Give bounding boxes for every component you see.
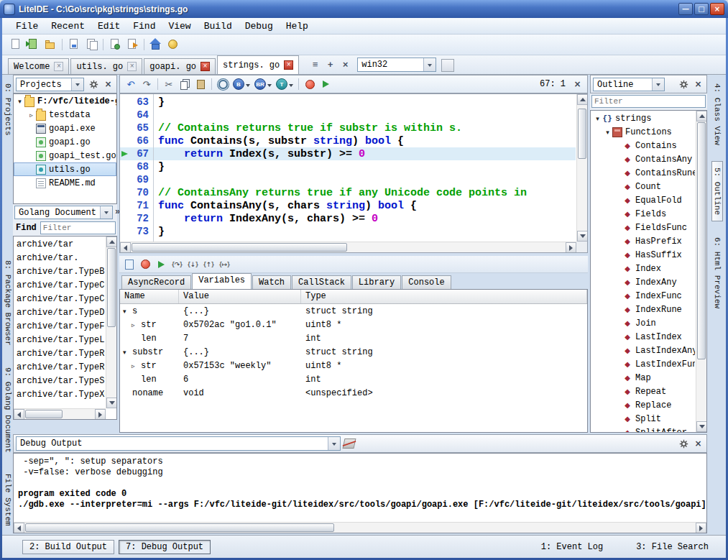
outline-tree-item[interactable]: IndexFunc [591,289,695,303]
build-run-icon[interactable]: BR [253,77,273,91]
expander-icon[interactable]: ▾ [593,115,602,122]
godoc-list-item[interactable]: archive/tar.TypeRe [14,346,105,360]
document-view-combo[interactable]: Golang Document [14,206,113,219]
step-out-icon[interactable]: {↑} [201,257,216,272]
outline-tree-item[interactable]: EqualFold [591,193,695,207]
scroll-down-button[interactable] [696,421,707,432]
separator-icon[interactable] [155,77,160,91]
debug-arrow-gutter[interactable] [120,199,130,212]
debug-arrow-gutter[interactable] [120,225,130,238]
godoc-list-item[interactable]: archive/tar.TypeRe [14,360,105,374]
tab-close-icon[interactable]: × [127,62,137,71]
debug-arrow-gutter[interactable] [120,212,130,225]
menu-item[interactable]: Debug [239,19,280,33]
titlebar[interactable]: LiteIDE - C:\Go\src\pkg\strings\strings.… [0,0,728,18]
dock-tab[interactable]: 4: Class View [712,78,722,151]
paste-icon[interactable] [193,77,208,91]
home-icon[interactable] [148,37,164,52]
godoc-list-item[interactable]: archive/tar.TypeCo [14,292,105,306]
outline-tree[interactable]: ▾ strings ▾ Functions Contains ContainsA… [590,110,707,433]
statusbar-toggle-label[interactable]: 1: Event Log [541,542,603,552]
doclist-vertical-scrollbar[interactable] [106,237,116,408]
console-horizontal-scrollbar[interactable] [14,522,706,533]
editor-vertical-scrollbar[interactable] [576,94,587,242]
debug-arrow-gutter[interactable] [120,96,130,109]
projects-tree[interactable]: ▾ F:/vfc/liteide-g ▹ testdata goapi.exe … [13,93,117,204]
tab-close-icon[interactable]: × [284,60,293,70]
save-file-icon[interactable] [66,37,82,52]
project-tree-item[interactable]: utils.go [14,162,116,176]
outline-tree-item[interactable]: LastIndexAny [591,344,695,357]
expander-icon[interactable]: ▹ [132,362,141,369]
debug-arrow-gutter[interactable] [120,147,130,160]
debug-arrow-gutter[interactable] [120,134,130,147]
menu-item[interactable]: Build [198,19,239,33]
cut-icon[interactable]: ✂ [162,77,176,91]
statusbar-toggle-button[interactable]: 2: Build Output [22,540,114,554]
godoc-list-item[interactable]: archive/tar [14,237,105,251]
expander-icon[interactable]: ▾ [15,98,24,105]
scroll-thumb[interactable] [107,248,116,327]
scroll-left-button[interactable] [14,523,24,533]
variable-row[interactable]: ▾s {...} struct string [120,304,587,318]
outline-tree-item[interactable]: ContainsRune [591,166,695,180]
scroll-thumb[interactable] [132,243,347,252]
outline-tree-item[interactable]: ▾ Functions [591,125,695,139]
godoc-list-item[interactable]: archive/tar.TypeCh [14,278,105,292]
statusbar-toggle-label[interactable]: 3: File Search [636,542,709,552]
separator-icon[interactable] [209,77,214,91]
minimize-icon[interactable]: — [678,3,693,15]
debug-tab[interactable]: Library [352,275,401,289]
new-tab-icon[interactable]: + [323,58,337,72]
debug-tab[interactable]: CallStack [292,275,351,289]
debug-tab[interactable]: Variables [192,273,252,289]
menu-item[interactable]: Edit [91,19,126,33]
projects-view-combo[interactable]: Projects [16,78,84,91]
tab-close-icon[interactable]: × [201,62,210,71]
code-editor[interactable]: 63 } 64 65 // Contains returns true if s… [119,93,588,253]
variable-row[interactable]: ▹str 0x57153c "weekly" uint8 * [120,359,587,372]
expander-icon[interactable]: ▾ [123,308,132,315]
redo-icon[interactable]: ↷ [139,77,154,91]
step-instruction-icon[interactable]: {↦} [217,257,231,272]
godoc-list-item[interactable]: archive/tar. [14,251,105,265]
scroll-thumb[interactable] [25,410,63,418]
build-config-icon[interactable] [216,77,230,91]
statusbar-toggle-button[interactable]: 7: Debug Output [119,540,211,554]
column-header[interactable]: Type [301,290,587,303]
variable-row[interactable]: len 6 int [120,372,587,386]
export-file-icon[interactable] [124,37,140,52]
project-tree-item[interactable]: ▾ F:/vfc/liteide-g [14,94,116,108]
outline-tree-item[interactable]: Replace [591,398,695,412]
build-icon[interactable]: B [231,77,252,91]
outline-tree-item[interactable]: IndexAny [591,275,695,289]
combo-arrow-icon[interactable] [423,58,436,71]
open-folder-icon[interactable] [42,37,58,52]
menu-item[interactable]: View [162,19,197,33]
godoc-list-item[interactable]: archive/tar.TypeLin [14,333,105,346]
continue-icon[interactable] [154,257,168,272]
find-filter-input[interactable] [40,221,116,234]
outline-view-combo[interactable]: Outline [593,78,665,91]
scroll-down-button[interactable] [577,231,588,242]
combo-arrow-icon[interactable] [328,437,340,450]
close-icon[interactable]: × [710,3,724,15]
outline-tree-item[interactable]: Index [591,262,695,275]
outline-tree-item[interactable]: ▾ strings [591,111,695,125]
debug-tab[interactable]: Watch [252,275,291,289]
scroll-thumb[interactable] [697,122,706,359]
debug-arrow-gutter[interactable] [120,186,130,199]
editor-tab[interactable]: strings. go × [217,55,299,74]
separator-icon[interactable] [60,37,65,52]
godoc-list-item[interactable]: archive/tar.TypeSy [14,374,105,387]
gear-icon[interactable] [88,78,101,91]
gear-icon[interactable] [678,78,690,91]
expander-icon[interactable]: ▹ [132,321,141,329]
expander-icon[interactable]: ▹ [27,111,36,119]
scroll-right-button[interactable] [566,242,576,253]
test-icon[interactable]: T [275,77,295,91]
menu-item[interactable]: File [9,19,45,33]
combo-arrow-icon[interactable] [71,78,83,91]
reload-file-icon[interactable] [107,37,123,52]
variable-row[interactable]: ▾substr {...} struct string [120,345,587,359]
